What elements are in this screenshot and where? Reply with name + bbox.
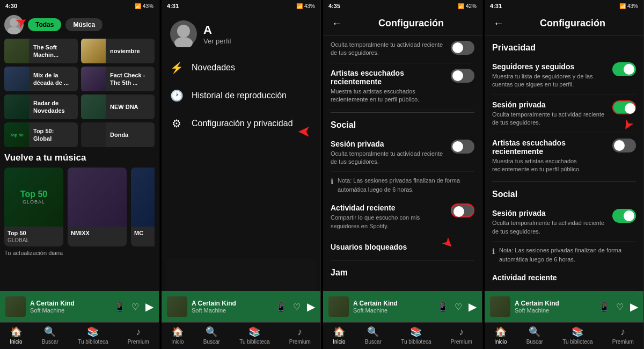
big-card-thumb-nmixx [68, 168, 127, 227]
grid-item-donda[interactable]: Donda [81, 122, 155, 147]
nav-premium-3[interactable]: ♪ Premium [451, 326, 472, 345]
toggle-artistas-4[interactable] [612, 139, 636, 152]
np-title-3: A Certain Kind [353, 300, 433, 307]
now-playing-3[interactable]: A Certain Kind Soft Machine 📱 ♡ ▶ [323, 291, 482, 322]
now-playing-4[interactable]: A Certain Kind Soft Machine 📱 ♡ ▶ [485, 291, 643, 322]
settings-text-sesion-3: Sesión privada Oculta temporalmente tu a… [331, 140, 447, 166]
grid-label-newdna: NEW DNA [106, 103, 143, 111]
np-device-icon-4[interactable]: 📱 [599, 302, 610, 312]
np-device-icon-2[interactable]: 📱 [276, 302, 287, 312]
big-card-top50[interactable]: Top 50 GLOBAL Top 50 GLOBAL [4, 168, 63, 246]
nav-premium-1[interactable]: ♪ Premium [128, 326, 149, 345]
nav-inicio-2[interactable]: 🏠 Inicio [171, 326, 184, 345]
nav-biblioteca-3[interactable]: 📚 Tu biblioteca [401, 326, 431, 345]
now-playing-1[interactable]: A Certain Kind Soft Machine 📱 ♡ ▶ [0, 291, 159, 322]
np-heart-icon[interactable]: ♡ [131, 302, 139, 312]
time-3: 4:35 [328, 3, 340, 9]
settings-desc-artistas-4: Muestra tus artistas escuchados reciente… [492, 157, 608, 174]
nav-premium-icon-4: ♪ [620, 326, 625, 338]
toggle-artistas-3[interactable] [451, 69, 474, 83]
back-button-3[interactable]: ← [332, 17, 342, 30]
toggle-sesion-4[interactable] [612, 100, 636, 114]
np-play-icon[interactable]: ▶ [145, 300, 153, 313]
musica-button[interactable]: Música [65, 18, 103, 31]
nav-search-icon-2: 🔍 [206, 326, 217, 338]
nav-premium-2[interactable]: ♪ Premium [289, 326, 311, 345]
settings-row-partial: Oculta temporalmente tu actividad recien… [331, 41, 474, 57]
grid-item-radar[interactable]: Radar de Novedades [4, 94, 78, 119]
nav-inicio-1[interactable]: 🏠 Inicio [10, 326, 22, 345]
profile-link[interactable]: Ver perfil [203, 37, 231, 45]
np-play-icon-2[interactable]: ▶ [307, 300, 315, 313]
np-thumb-4 [490, 296, 510, 317]
np-device-icon[interactable]: 📱 [114, 302, 125, 312]
np-thumb-3 [328, 296, 349, 317]
np-device-icon-3[interactable]: 📱 [437, 302, 448, 312]
nav-premium-4[interactable]: ♪ Premium [612, 326, 634, 345]
home-grid: The Soft Machin... noviembre Mix de la d… [4, 39, 155, 147]
big-card-mc[interactable]: MC [131, 168, 155, 246]
np-thumb-2 [167, 296, 187, 317]
user-avatar[interactable] [4, 15, 24, 34]
toggle-actividad[interactable] [451, 203, 474, 217]
grid-item-factcheck[interactable]: Fact Check - The 5th ... [81, 67, 155, 91]
grid-item-top50[interactable]: Top 50 Top 50: Global [4, 122, 78, 147]
nav-buscar-3[interactable]: 🔍 Buscar [365, 326, 382, 345]
toggle-sesion-social-4[interactable] [612, 209, 636, 223]
grid-item-softmachine[interactable]: The Soft Machin... [4, 39, 78, 63]
toggle-partial[interactable] [451, 41, 474, 55]
nav-biblioteca-4[interactable]: 📚 Tu biblioteca [562, 326, 592, 345]
big-card-thumb-mc [131, 168, 155, 227]
nav-search-label-4: Buscar [526, 339, 543, 345]
nav-buscar-1[interactable]: 🔍 Buscar [42, 326, 58, 345]
nav-premium-label-4: Premium [612, 339, 634, 345]
big-card-nmixx[interactable]: NMIXX [68, 168, 127, 246]
nav-biblioteca-2[interactable]: 📚 Tu biblioteca [239, 326, 269, 345]
time-1: 4:30 [5, 3, 17, 9]
nav-buscar-4[interactable]: 🔍 Buscar [526, 326, 543, 345]
settings-title-sesion-4: Sesión privada [492, 100, 608, 109]
np-thumb-1 [5, 296, 26, 317]
np-controls-1: 📱 ♡ ▶ [114, 300, 153, 313]
profile-avatar[interactable] [170, 20, 197, 47]
panel-home: 4:30 📶 43% Todas Música The Soft Machin.… [0, 0, 159, 349]
todas-button[interactable]: Todas [28, 18, 61, 31]
section-vuelve: Vuelve a tu música [4, 147, 155, 168]
np-play-icon-4[interactable]: ▶ [630, 300, 638, 313]
np-title-2: A Certain Kind [192, 300, 272, 307]
now-playing-2[interactable]: A Certain Kind Soft Machine 📱 ♡ ▶ [162, 291, 320, 322]
np-title-1: A Certain Kind [30, 300, 110, 307]
grid-item-mix[interactable]: Mix de la década de ... [4, 67, 78, 91]
settings-title-4: Configuración [510, 18, 635, 29]
blocked-users-link[interactable]: Usuarios bloqueados [331, 236, 474, 258]
grid-item-noviembre[interactable]: noviembre [81, 39, 155, 63]
menu-item-config[interactable]: ⚙ Configuración y privacidad [166, 110, 316, 137]
toggle-sesion-3[interactable] [451, 140, 474, 154]
nav-buscar-2[interactable]: 🔍 Buscar [203, 326, 220, 345]
note-text-3: Nota: Las sesiones privadas finalizan de… [338, 176, 474, 194]
np-heart-icon-4[interactable]: ♡ [616, 302, 624, 312]
back-button-4[interactable]: ← [493, 17, 504, 30]
nav-lib-label-1: Tu biblioteca [78, 339, 108, 345]
menu-item-novedades[interactable]: ⚡ Novedades [166, 54, 316, 82]
nav-home-label-2: Inicio [171, 339, 184, 345]
settings-header-4: ← Configuración [485, 12, 643, 35]
np-heart-icon-2[interactable]: ♡ [293, 302, 301, 312]
nav-home-icon-4: 🏠 [495, 326, 507, 338]
np-controls-4: 📱 ♡ ▶ [599, 300, 638, 313]
big-card-sub-top50: GLOBAL [4, 237, 63, 246]
menu-item-historial[interactable]: 🕐 Historial de reproducción [166, 82, 316, 110]
panel-settings-1: 4:35 📶 42% ← Configuración Oculta tempor… [323, 0, 482, 349]
np-play-icon-3[interactable]: ▶ [469, 300, 477, 313]
grid-item-newdna[interactable]: NEW DNA [81, 94, 155, 119]
nav-inicio-4[interactable]: 🏠 Inicio [494, 326, 507, 345]
np-title-4: A Certain Kind [515, 300, 595, 307]
nav-biblioteca-1[interactable]: 📚 Tu biblioteca [78, 326, 108, 345]
settings-item-artistas: Artistas escuchados recientemente Muestr… [331, 63, 474, 110]
nav-inicio-3[interactable]: 🏠 Inicio [333, 326, 345, 345]
toggle-seguidores[interactable] [612, 62, 636, 76]
settings-text-seguidores: Seguidores y seguidos Muestra tu lista d… [492, 62, 608, 89]
config-icon: ⚙ [170, 117, 183, 130]
np-heart-icon-3[interactable]: ♡ [455, 302, 462, 312]
note-icon-3: ℹ [331, 177, 333, 186]
